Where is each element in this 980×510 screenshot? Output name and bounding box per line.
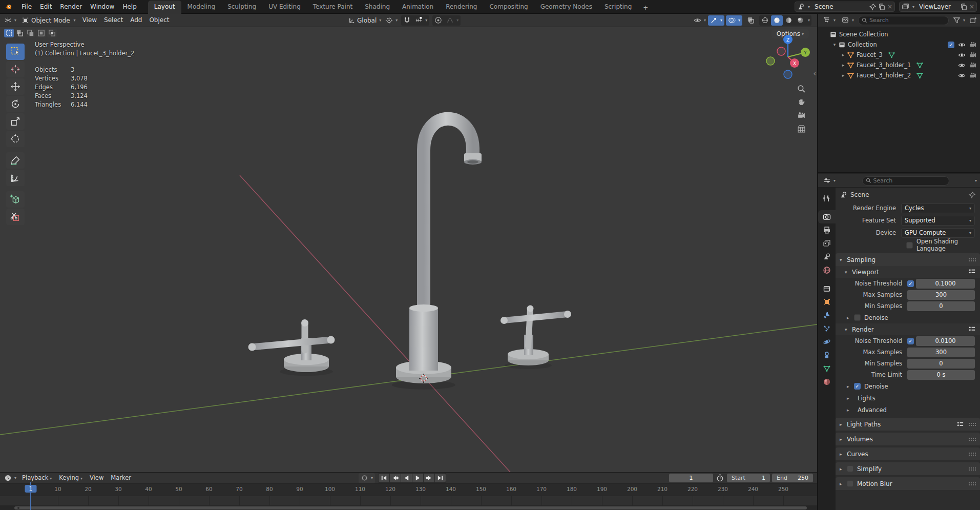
editor-type-button[interactable]: ▾ [2,15,18,26]
viewlayer-selector[interactable]: ▾ ViewLayer × [899,2,977,12]
value-max-samples[interactable]: 300 [907,348,975,357]
properties-tab-material[interactable] [818,375,836,389]
preset-icon[interactable] [956,420,964,428]
viewport-menu-add[interactable]: Add [127,14,145,27]
play-button[interactable] [412,474,423,482]
outliner-row-faucet-3[interactable]: ▸Faucet_3 [818,50,980,60]
timeline-scrollbar[interactable] [14,506,807,509]
panel-simplify[interactable]: ▸Simplify [836,462,980,475]
properties-tab-collection[interactable] [818,282,836,295]
value-max-samples[interactable]: 300 [907,290,975,300]
outliner-row-scene-collection[interactable]: Scene Collection [818,29,980,39]
drag-grip-icon[interactable] [968,452,976,456]
pan-hand-icon[interactable] [797,98,806,107]
subpanel-lights[interactable]: ▸Lights [836,392,980,404]
menu-window[interactable]: Window [86,0,118,13]
subpanel-denoise[interactable]: ▸Denoise [836,312,980,323]
checkbox-simplify[interactable] [847,465,853,472]
outliner-row-collection[interactable]: ▾Collection✓ [818,39,980,50]
workspace-tab-uv-editing[interactable]: UV Editing [262,1,307,14]
properties-tab-constraints[interactable] [818,349,836,362]
select-mode-subtract-button[interactable] [26,29,35,37]
workspace-tab-compositing[interactable]: Compositing [483,1,534,14]
workspace-tab-animation[interactable]: Animation [396,1,440,14]
timeline-track[interactable] [0,496,817,505]
menu-edit[interactable]: Edit [36,0,56,13]
properties-search[interactable] [862,176,949,186]
properties-options-dropdown[interactable]: ▾ [975,178,977,183]
transform-orientation-dropdown[interactable]: Global▾ [346,15,383,26]
auto-keying-button[interactable]: ▾ [359,473,375,483]
sidebar-collapse-chevron-icon[interactable]: ‹ [813,69,816,77]
checkbox-denoise[interactable]: ✓ [854,383,861,390]
timeline-ruler[interactable]: 1 10203040506070809010011012013014015016… [0,484,817,496]
shading-rendered-button[interactable] [795,15,806,26]
shading-dropdown[interactable]: ▾ [808,18,810,23]
subpanel-render[interactable]: ▾Render [836,323,980,335]
menu-render[interactable]: Render [56,0,86,13]
expander-icon[interactable]: ▸ [840,73,847,78]
expander-icon[interactable]: ▸ [840,63,847,68]
menu-file[interactable]: File [17,0,36,13]
expander-icon[interactable]: ▸ [840,52,847,57]
subpanel-viewport[interactable]: ▾Viewport [836,266,980,278]
outliner-search-input[interactable] [869,17,945,24]
subpanel-advanced[interactable]: ▸Advanced [836,404,980,416]
checkbox-noise-threshold[interactable]: ✓ [907,338,914,344]
tool-rotate[interactable] [6,96,25,112]
navigation-gizmo[interactable]: Z Y X [764,32,811,79]
properties-tab-render[interactable] [818,210,836,223]
drag-grip-icon[interactable] [968,422,976,426]
panel-curves[interactable]: ▸Curves [836,447,980,460]
dropdown-device[interactable]: GPU Compute▾ [901,228,975,238]
drag-grip-icon[interactable] [968,467,976,471]
checkbox-motion-blur[interactable] [847,480,853,487]
proportional-falloff-dropdown[interactable]: ▾ [444,15,461,26]
preset-icon[interactable] [968,268,976,275]
timeline-menu-view[interactable]: View [86,472,107,484]
workspace-tab-sculpting[interactable]: Sculpting [221,1,262,14]
select-mode-intersect-button[interactable] [47,29,57,37]
properties-tab-particles[interactable] [818,322,836,335]
value-noise-threshold[interactable]: 0.0100 [916,336,975,346]
pin-icon[interactable] [968,191,976,199]
frame-start-field[interactable]: Start1 [727,474,770,482]
show-overlays-toggle[interactable]: ▾ [726,15,742,26]
shading-wireframe-button[interactable] [759,15,771,26]
stopwatch-icon[interactable] [716,474,724,482]
tool-add-cube[interactable] [6,191,25,208]
checkbox-noise-threshold[interactable]: ✓ [907,280,914,287]
workspace-tab-shading[interactable]: Shading [359,1,396,14]
prev-keyframe-button[interactable] [390,474,401,482]
current-frame-field[interactable]: 1 [669,474,713,482]
outliner-display-mode-button[interactable]: ▾ [840,15,856,26]
tool-move[interactable] [6,78,25,95]
ortho-grid-icon[interactable] [797,125,806,133]
zoom-icon[interactable] [797,85,806,93]
copy-icon[interactable] [960,3,968,11]
viewport-canvas[interactable]: User Perspective (1) Collection | Faucet… [0,27,817,472]
scene-selector[interactable]: ▾ Scene × [795,2,895,12]
timeline-menu-keying[interactable]: Keying▾ [55,472,86,484]
outliner-filter-button[interactable]: ▾ [951,15,967,26]
checkbox-denoise[interactable] [854,314,861,321]
properties-tab-scene[interactable] [818,250,836,263]
tool-scale[interactable] [6,113,25,130]
camera-icon[interactable] [969,41,977,49]
remove-icon[interactable]: × [969,3,974,10]
properties-search-input[interactable] [873,177,946,184]
dropdown-render-engine[interactable]: Cycles▾ [901,203,975,213]
tool-transform[interactable] [6,131,25,147]
timeline-menu-marker[interactable]: Marker [107,472,135,484]
eye-icon[interactable] [958,41,966,49]
jump-end-button[interactable] [435,474,446,482]
playhead-frame-badge[interactable]: 1 [25,485,36,493]
properties-tab-view-layer[interactable] [818,237,836,250]
next-keyframe-button[interactable] [424,474,434,482]
properties-tab-world[interactable] [818,263,836,277]
panel-sampling[interactable]: ▾Sampling [836,253,980,266]
properties-tab-object[interactable] [818,295,836,309]
workspace-tab-rendering[interactable]: Rendering [440,1,483,14]
properties-tab-physics[interactable] [818,335,836,349]
new-collection-icon[interactable] [969,16,977,24]
